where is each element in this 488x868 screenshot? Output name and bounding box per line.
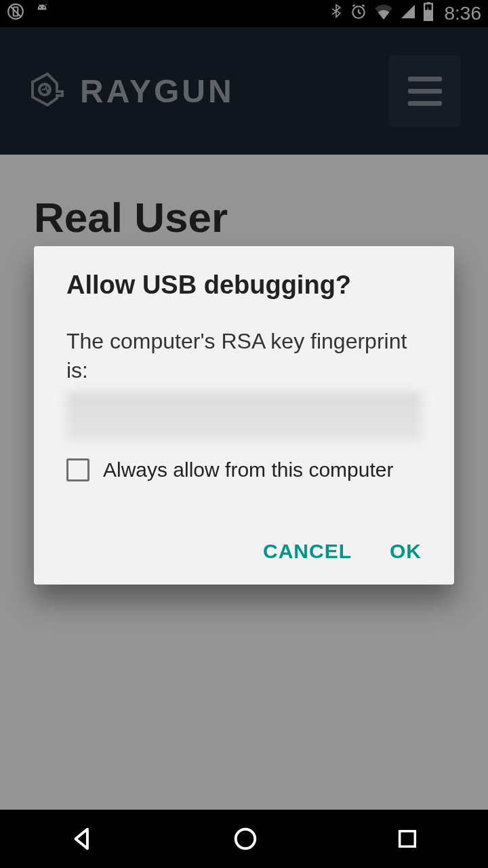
always-allow-label: Always allow from this computer bbox=[103, 458, 393, 481]
cancel-button[interactable]: CANCEL bbox=[263, 540, 352, 563]
always-allow-checkbox[interactable] bbox=[66, 458, 89, 481]
rsa-fingerprint-blurred bbox=[66, 392, 422, 441]
dialog-title: Allow USB debugging? bbox=[66, 271, 422, 300]
ok-button[interactable]: OK bbox=[390, 540, 422, 563]
usb-debugging-dialog: Allow USB debugging? The computer's RSA … bbox=[34, 246, 454, 585]
dialog-body-text: The computer's RSA key fingerprint is: bbox=[66, 327, 422, 385]
svg-point-10 bbox=[236, 829, 256, 849]
svg-rect-11 bbox=[400, 831, 415, 847]
home-button[interactable] bbox=[232, 826, 258, 852]
system-nav-bar bbox=[0, 810, 488, 868]
always-allow-row[interactable]: Always allow from this computer bbox=[66, 458, 422, 481]
back-button[interactable] bbox=[69, 826, 95, 852]
recents-button[interactable] bbox=[396, 827, 419, 850]
